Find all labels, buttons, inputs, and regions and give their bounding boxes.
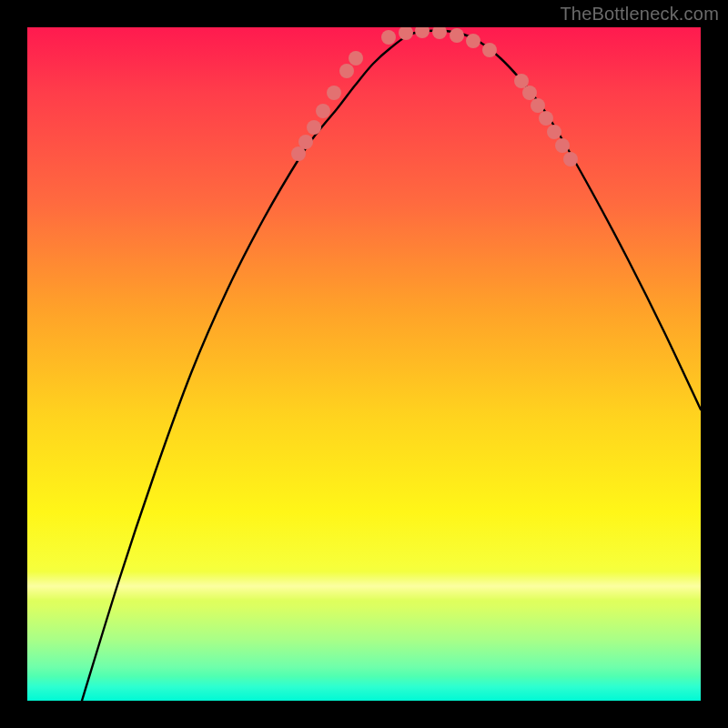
curve-marker: [298, 135, 313, 149]
curve-marker: [522, 86, 537, 100]
curve-marker: [316, 104, 330, 118]
curve-marker: [307, 120, 321, 135]
curve-marker: [432, 27, 447, 39]
curve-marker: [555, 138, 570, 153]
curve-marker: [466, 34, 480, 48]
curve-marker: [539, 111, 553, 126]
curve-marker: [514, 74, 529, 88]
curve-marker: [327, 86, 341, 100]
curve-layer: [27, 27, 701, 701]
curve-marker: [381, 30, 396, 45]
curve-marker: [482, 43, 497, 57]
curve-marker: [399, 27, 413, 40]
plot-area: [27, 27, 701, 701]
curve-marker: [531, 98, 545, 113]
curve-marker: [450, 28, 464, 43]
bottleneck-curve: [82, 30, 701, 701]
curve-marker: [415, 27, 430, 38]
chart-stage: TheBottleneck.com: [0, 0, 728, 728]
curve-marker: [563, 152, 578, 167]
curve-marker: [547, 125, 561, 139]
watermark-text: TheBottleneck.com: [560, 4, 719, 25]
curve-markers: [291, 27, 578, 167]
curve-marker: [349, 51, 363, 66]
curve-marker: [339, 64, 354, 78]
